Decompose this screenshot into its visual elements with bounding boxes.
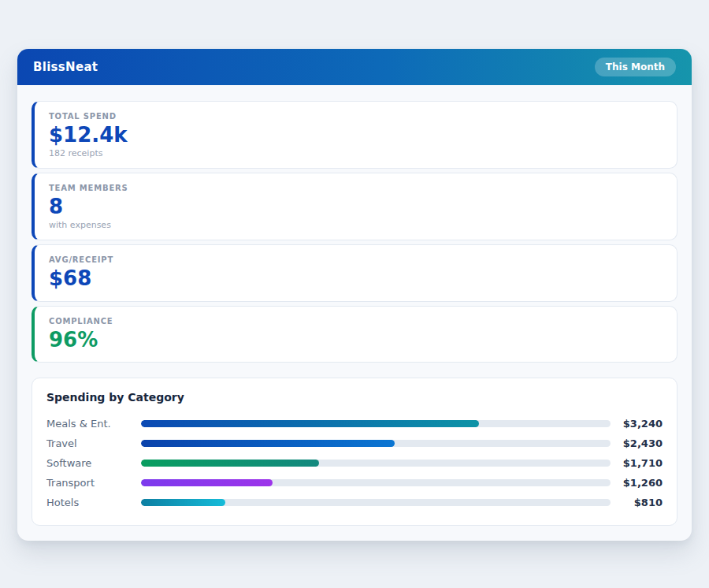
app-body: TOTAL SPEND $12.4k 182 receipts TEAM MEM… (17, 85, 692, 540)
stat-value: 8 (49, 195, 663, 219)
bar-fill (141, 499, 225, 506)
stat-value: $12.4k (49, 123, 663, 147)
bar-fill (141, 460, 319, 467)
stat-subtext: 182 receipts (49, 148, 663, 158)
chart-row-label: Transport (46, 477, 141, 489)
bar-fill (141, 440, 395, 447)
stat-label: COMPLIANCE (49, 317, 663, 326)
bar-track (141, 420, 611, 427)
app-title: BlissNeat (33, 60, 98, 74)
stat-subtext: with expenses (49, 220, 663, 230)
bar-track (141, 479, 611, 486)
chart-title: Spending by Category (46, 391, 663, 404)
chart-row-value: $810 (611, 497, 663, 508)
bar-fill (141, 479, 273, 486)
chart-row-travel: Travel $2,430 (46, 434, 663, 453)
chart-row-label: Travel (46, 437, 141, 449)
chart-row-value: $1,260 (611, 477, 663, 489)
stat-label: TOTAL SPEND (49, 112, 663, 121)
bar-fill (141, 420, 479, 427)
chart-row-software: Software $1,710 (46, 453, 663, 473)
chart-row-label: Meals & Ent. (46, 418, 141, 430)
stat-card-compliance: COMPLIANCE 96% (32, 306, 677, 363)
stat-card-total-spend: TOTAL SPEND $12.4k 182 receipts (32, 101, 677, 169)
bar-track (141, 499, 611, 506)
expense-dashboard-card: BlissNeat This Month TOTAL SPEND $12.4k … (17, 49, 692, 541)
period-badge[interactable]: This Month (595, 58, 676, 76)
stat-value: 96% (49, 328, 663, 352)
stat-value: $68 (49, 266, 663, 291)
spending-by-category-card: Spending by Category Meals & Ent. $3,240… (32, 378, 677, 526)
chart-row-hotels: Hotels $810 (46, 493, 663, 512)
stat-label: TEAM MEMBERS (49, 184, 663, 192)
chart-row-value: $1,710 (611, 457, 663, 469)
chart-row-value: $3,240 (611, 418, 663, 430)
app-header: BlissNeat This Month (17, 49, 692, 85)
stat-card-avg-receipt: AVG/RECEIPT $68 (32, 244, 677, 301)
chart-row-meals: Meals & Ent. $3,240 (46, 414, 663, 434)
chart-row-label: Hotels (46, 497, 141, 508)
stat-card-team-members: TEAM MEMBERS 8 with expenses (32, 173, 677, 240)
bar-track (141, 440, 611, 447)
chart-row-value: $2,430 (611, 437, 663, 449)
bar-track (141, 460, 611, 467)
chart-row-transport: Transport $1,260 (46, 473, 663, 493)
chart-row-label: Software (46, 457, 141, 469)
stat-label: AVG/RECEIPT (49, 255, 663, 264)
